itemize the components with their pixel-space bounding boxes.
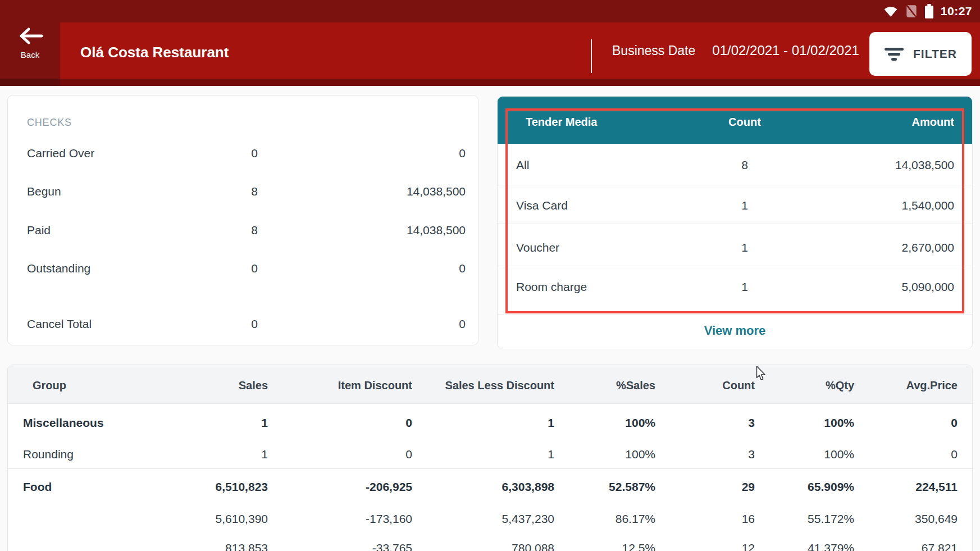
cell: Miscellaneous <box>23 415 104 431</box>
wifi-icon <box>883 5 898 17</box>
row-amount: 0 <box>459 316 466 332</box>
tender-amount: 2,670,000 <box>902 240 954 256</box>
filter-icon <box>884 47 904 61</box>
checks-row-cancel-total: Cancel Total 0 0 <box>8 316 478 332</box>
header-count: Count <box>722 365 755 404</box>
tender-row-room-charge: Room charge 1 5,090,000 <box>498 279 972 295</box>
cell: 3 <box>748 415 755 431</box>
cell: 6,510,823 <box>216 479 268 495</box>
header-avg-price: Avg.Price <box>906 365 958 404</box>
app-bar: Olá Costa Restaurant Business Date 01/02… <box>0 22 980 86</box>
cell: 780,088 <box>512 540 554 551</box>
header-tender-media: Tender Media <box>526 97 597 144</box>
cell: 100% <box>824 447 854 462</box>
row-divider <box>498 266 972 266</box>
business-date-label: Business Date <box>612 43 695 58</box>
cell: 0 <box>405 415 412 431</box>
checks-row-carried-over: Carried Over 0 0 <box>8 145 478 161</box>
cell: 1 <box>261 447 268 462</box>
cell: 86.17% <box>616 511 655 527</box>
cell: Rounding <box>23 447 74 462</box>
cell: 55.172% <box>808 511 854 527</box>
cell: 100% <box>625 447 655 462</box>
tender-media-name: Room charge <box>516 279 587 295</box>
row-label: Carried Over <box>27 145 94 161</box>
row-count: 8 <box>251 184 258 199</box>
row-amount: 14,038,500 <box>407 184 466 199</box>
row-divider <box>498 314 972 315</box>
table-row-rounding: Rounding 1 0 1 100% 3 100% 0 <box>8 447 972 462</box>
table-row-food-sub2: 813,853 -33,765 780,088 12.5% 12 41.379%… <box>8 540 972 551</box>
cell: 350,649 <box>915 511 958 527</box>
tender-amount: 1,540,000 <box>902 198 954 213</box>
business-date-range: 01/02/2021 - 01/02/2021 <box>712 43 859 58</box>
row-count: 8 <box>251 222 258 238</box>
checks-card-title: CHECKS <box>27 115 72 130</box>
cell: -33,765 <box>372 540 412 551</box>
tender-table-header: Tender Media Count Amount <box>498 97 972 144</box>
cell: 5,610,390 <box>216 511 268 527</box>
row-divider <box>498 224 972 224</box>
header-item-discount: Item Discount <box>338 365 412 404</box>
group-table-header: Group Sales Item Discount Sales Less Dis… <box>8 365 972 404</box>
cell: 6,303,898 <box>502 479 554 495</box>
cell: 67,821 <box>922 540 958 551</box>
checks-card: CHECKS Carried Over 0 0 Begun 8 14,038,5… <box>7 95 478 345</box>
header-sales: Sales <box>239 365 268 404</box>
tender-count: 1 <box>711 198 778 213</box>
cell: 1 <box>261 415 268 431</box>
tender-count: 8 <box>711 157 778 173</box>
row-amount: 14,038,500 <box>407 222 466 238</box>
cell: 41.379% <box>808 540 854 551</box>
clock-time: 10:27 <box>941 4 972 18</box>
cell: 1 <box>548 447 554 462</box>
back-button-label: Back <box>21 50 39 60</box>
header-group: Group <box>33 365 66 404</box>
tender-count: 1 <box>711 240 778 256</box>
header-amount: Amount <box>911 97 954 144</box>
header-count: Count <box>711 97 778 144</box>
battery-icon <box>925 4 933 19</box>
tender-media-card: Tender Media Count Amount All 8 14,038,5… <box>497 96 973 349</box>
business-date-selector[interactable]: Business Date 01/02/2021 - 01/02/2021 <box>612 22 859 79</box>
cell: 52.587% <box>609 479 655 495</box>
appbar-divider <box>591 39 592 73</box>
table-row-food-sub1: 5,610,390 -173,160 5,437,230 86.17% 16 5… <box>8 511 972 527</box>
cell: Food <box>23 479 52 495</box>
row-label: Begun <box>27 184 61 199</box>
cell: 65.909% <box>808 479 854 495</box>
tender-row-voucher: Voucher 1 2,670,000 <box>498 240 972 256</box>
row-count: 0 <box>251 261 258 276</box>
view-more-link[interactable]: View more <box>498 323 972 339</box>
cell: 5,437,230 <box>502 511 554 527</box>
section-divider <box>8 468 972 469</box>
row-count: 0 <box>251 145 258 161</box>
tender-row-visa-card: Visa Card 1 1,540,000 <box>498 198 972 213</box>
cell: 29 <box>742 479 755 495</box>
tender-count: 1 <box>711 279 778 295</box>
cell: 3 <box>748 447 755 462</box>
row-label: Cancel Total <box>27 316 92 332</box>
tender-media-name: All <box>516 157 529 173</box>
cell: 100% <box>625 415 655 431</box>
row-count: 0 <box>251 316 258 332</box>
appbar-shadow <box>0 79 980 86</box>
row-divider <box>498 185 972 185</box>
header-sales-less-discount: Sales Less Discount <box>445 365 554 404</box>
checks-row-begun: Begun 8 14,038,500 <box>8 184 478 199</box>
tender-amount: 5,090,000 <box>902 279 954 295</box>
tender-media-name: Visa Card <box>516 198 568 213</box>
checks-row-outstanding: Outstanding 0 0 <box>8 261 478 276</box>
back-arrow-icon <box>17 26 44 45</box>
cell: 0 <box>405 447 412 462</box>
row-amount: 0 <box>459 261 466 276</box>
filter-button[interactable]: FILTER <box>869 32 972 76</box>
header-pct-qty: %Qty <box>826 365 854 404</box>
page-title: Olá Costa Restaurant <box>80 22 229 79</box>
cell: 0 <box>951 415 958 431</box>
cell: 16 <box>742 511 755 527</box>
tender-row-all: All 8 14,038,500 <box>498 157 972 173</box>
filter-button-label: FILTER <box>913 47 957 61</box>
checks-row-paid: Paid 8 14,038,500 <box>8 222 478 238</box>
cell: 12.5% <box>622 540 655 551</box>
